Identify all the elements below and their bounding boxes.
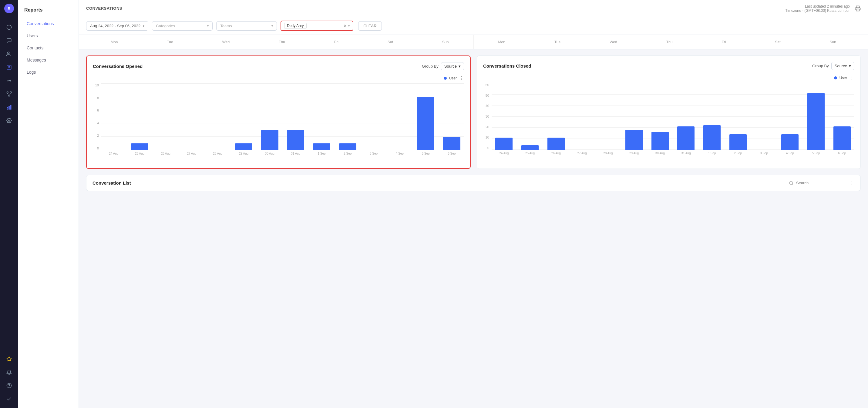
clear-button[interactable]: CLEAR xyxy=(358,21,381,31)
print-icon[interactable] xyxy=(855,5,861,11)
legend-dot-closed xyxy=(834,76,837,80)
bar-chart-closed: 60 50 40 30 20 10 0 xyxy=(483,83,854,162)
cal-day-thu-right: Thu xyxy=(665,38,674,47)
bar-group xyxy=(778,134,803,150)
svg-rect-6 xyxy=(8,95,10,96)
reports-icon[interactable] xyxy=(4,62,14,73)
x-label: 24 Aug xyxy=(492,152,517,155)
group-by-select-closed[interactable]: Source ▾ xyxy=(831,62,854,70)
home-icon[interactable] xyxy=(4,22,14,33)
search-icon xyxy=(789,181,794,186)
calendar-strip: Mon Tue Wed Thu Fri Sat Sun Mon Tue Wed … xyxy=(79,35,868,50)
x-label: 29 Aug xyxy=(622,152,647,155)
nav-logs[interactable]: Logs xyxy=(21,67,76,77)
bell-icon[interactable] xyxy=(4,367,14,378)
charts-area: Conversations Opened Group By Source ▾ U… xyxy=(79,50,868,408)
left-nav: Reports Conversations Users Contacts Mes… xyxy=(18,0,79,408)
cal-day-fri-left: Fri xyxy=(333,38,340,47)
agent-chevron-icon: ▾ xyxy=(348,24,350,28)
last-updated: Last updated 2 minutes ago Timezone - (G… xyxy=(785,4,850,13)
bar-group xyxy=(257,130,282,150)
x-label: 4 Sep xyxy=(387,152,412,155)
bar-group xyxy=(830,126,854,150)
x-label: 25 Aug xyxy=(518,152,542,155)
network-icon[interactable] xyxy=(4,89,14,99)
cal-day-fri-right: Fri xyxy=(720,38,727,47)
bar xyxy=(417,97,434,150)
cal-day-thu-left: Thu xyxy=(278,38,286,47)
svg-point-3 xyxy=(9,80,10,81)
bar xyxy=(287,130,304,150)
bar xyxy=(313,144,330,150)
y-axis-opened: 10 8 6 4 2 0 xyxy=(93,83,101,150)
charts-row-1: Conversations Opened Group By Source ▾ U… xyxy=(86,56,861,169)
check-icon[interactable] xyxy=(4,394,14,404)
bar xyxy=(339,144,356,150)
group-by-label-closed: Group By xyxy=(812,64,829,68)
clear-agent-icon[interactable]: ✕ xyxy=(343,23,347,28)
x-label: 28 Aug xyxy=(596,152,621,155)
bar-group xyxy=(700,125,724,150)
group-by-label-opened: Group By xyxy=(422,64,439,68)
x-label: 25 Aug xyxy=(127,152,152,155)
svg-rect-13 xyxy=(856,9,859,11)
chart-opened-header: Conversations Opened Group By Source ▾ xyxy=(93,62,464,70)
bars-opened xyxy=(101,83,464,150)
date-chevron-icon: ▾ xyxy=(143,24,144,28)
x-label: 26 Aug xyxy=(153,152,178,155)
group-chevron-opened: ▾ xyxy=(459,64,461,68)
x-label: 5 Sep xyxy=(413,152,438,155)
page-title: CONVERSATIONS xyxy=(86,6,122,10)
x-label: 3 Sep xyxy=(361,152,386,155)
x-label: 1 Sep xyxy=(700,152,724,155)
date-range-filter[interactable]: Aug 24, 2022 - Sep 06, 2022 ▾ xyxy=(86,21,148,31)
nav-contacts[interactable]: Contacts xyxy=(21,42,76,53)
contacts-icon[interactable] xyxy=(4,49,14,59)
categories-filter[interactable]: Categories ▾ xyxy=(152,21,213,31)
agent-input[interactable] xyxy=(308,24,344,28)
x-labels-opened: 24 Aug25 Aug26 Aug27 Aug28 Aug29 Aug30 A… xyxy=(93,152,464,155)
settings-icon[interactable] xyxy=(4,115,14,126)
bar-group xyxy=(725,134,750,150)
agent-filter[interactable]: Dedy Anry ✕ ▾ xyxy=(281,21,353,31)
menu-dots-opened[interactable]: ⋮ xyxy=(459,75,464,81)
nav-messages[interactable]: Messages xyxy=(21,55,76,65)
group-by-select-opened[interactable]: Source ▾ xyxy=(441,62,464,70)
legend-label-closed: User xyxy=(839,76,847,80)
bar xyxy=(833,126,851,150)
bar xyxy=(651,132,669,150)
bar xyxy=(261,130,278,150)
main-content: CONVERSATIONS Last updated 2 minutes ago… xyxy=(79,0,868,408)
bar-group xyxy=(439,137,464,150)
bar-chart-icon[interactable] xyxy=(4,102,14,113)
bar-group xyxy=(674,126,699,150)
bar xyxy=(677,126,694,150)
conv-list-search-input[interactable] xyxy=(796,181,847,185)
bar-group xyxy=(622,130,647,150)
x-label: 2 Sep xyxy=(335,152,360,155)
x-label: 3 Sep xyxy=(751,152,776,155)
chat-icon[interactable] xyxy=(4,35,14,46)
help-icon[interactable] xyxy=(4,380,14,391)
x-label: 24 Aug xyxy=(101,152,126,155)
avatar[interactable]: R xyxy=(4,4,14,13)
bar-group xyxy=(804,93,829,150)
menu-dots-closed[interactable]: ⋮ xyxy=(849,75,854,81)
bar xyxy=(730,134,747,150)
teams-filter[interactable]: Teams ▾ xyxy=(216,21,277,31)
conv-list-menu-dots[interactable]: ⋮ xyxy=(849,180,854,186)
chart-opened-title: Conversations Opened xyxy=(93,64,143,69)
x-label: 6 Sep xyxy=(439,152,464,155)
bar xyxy=(703,125,721,150)
x-label: 31 Aug xyxy=(674,152,699,155)
nav-conversations[interactable]: Conversations xyxy=(21,18,76,29)
legend-dot-opened xyxy=(444,77,447,80)
bar xyxy=(807,93,825,150)
conv-list-title: Conversation List xyxy=(93,180,131,186)
star-icon[interactable] xyxy=(4,353,14,364)
x-label: 2 Sep xyxy=(725,152,750,155)
svg-rect-5 xyxy=(10,92,11,93)
svg-point-14 xyxy=(789,181,793,185)
radio-icon[interactable] xyxy=(4,75,14,86)
nav-users[interactable]: Users xyxy=(21,30,76,41)
